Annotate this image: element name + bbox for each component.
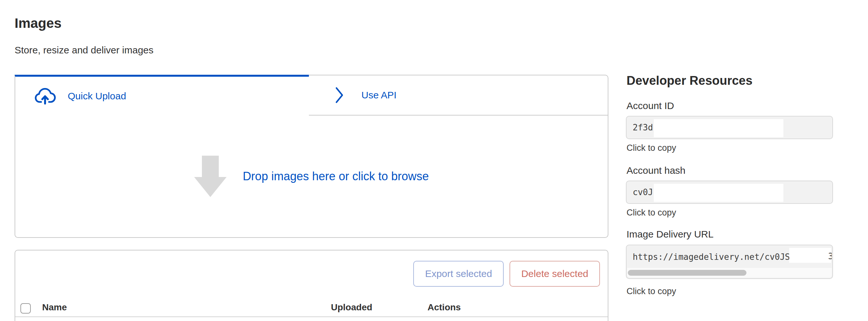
tab-use-api[interactable]: Use API bbox=[309, 75, 609, 115]
column-header-actions: Actions bbox=[428, 302, 461, 313]
image-delivery-url-partial-glyph: 3 bbox=[828, 247, 832, 261]
image-delivery-url-copy-hint: Click to copy bbox=[626, 286, 676, 296]
horizontal-scrollbar-track[interactable] bbox=[627, 268, 832, 278]
image-delivery-url-field[interactable]: https://imagedelivery.net/cv0JSj 3 bbox=[626, 245, 833, 279]
account-id-field[interactable]: 2f3d bbox=[626, 116, 833, 139]
drop-arrow-icon bbox=[194, 156, 226, 197]
dropzone-label: Drop images here or click to browse bbox=[243, 170, 429, 183]
account-hash-redaction-overlay bbox=[654, 184, 783, 202]
developer-resources-title: Developer Resources bbox=[626, 74, 753, 88]
account-id-redaction-overlay bbox=[654, 119, 783, 137]
account-hash-value: cv0J bbox=[633, 187, 653, 197]
tab-quick-upload-label: Quick Upload bbox=[68, 91, 126, 102]
account-hash-copy-hint: Click to copy bbox=[626, 208, 676, 218]
column-header-name: Name bbox=[42, 302, 67, 313]
cloud-upload-icon bbox=[35, 87, 56, 105]
account-id-value: 2f3d bbox=[633, 122, 653, 132]
page-title: Images bbox=[14, 15, 62, 31]
table-header-divider bbox=[15, 317, 608, 317]
horizontal-scrollbar-thumb[interactable] bbox=[628, 270, 746, 276]
account-id-copy-hint: Click to copy bbox=[626, 143, 676, 153]
account-hash-field[interactable]: cv0J bbox=[626, 181, 833, 204]
tab-quick-upload[interactable]: Quick Upload bbox=[14, 75, 309, 115]
account-id-label: Account ID bbox=[626, 100, 674, 111]
image-delivery-url-value: https://imagedelivery.net/cv0JSj bbox=[633, 252, 795, 262]
column-header-uploaded: Uploaded bbox=[331, 302, 372, 313]
chevron-right-icon bbox=[335, 86, 344, 104]
account-hash-label: Account hash bbox=[626, 165, 685, 176]
tab-use-api-label: Use API bbox=[362, 90, 396, 101]
select-all-checkbox[interactable] bbox=[21, 303, 31, 314]
upload-tabs: Quick Upload Use API bbox=[14, 75, 609, 115]
images-table-card: Export selected Delete selected Name Upl… bbox=[14, 250, 609, 321]
developer-resources-panel: Developer Resources Account ID 2f3d Clic… bbox=[626, 0, 833, 321]
images-dashboard-page: Images Store, resize and deliver images … bbox=[0, 0, 868, 321]
image-delivery-url-label: Image Delivery URL bbox=[626, 229, 713, 240]
table-header-row: Name Uploaded Actions bbox=[15, 250, 608, 317]
image-dropzone[interactable]: Drop images here or click to browse bbox=[14, 115, 609, 238]
image-delivery-url-redaction-overlay bbox=[789, 248, 831, 263]
page-subtitle: Store, resize and deliver images bbox=[14, 45, 154, 56]
